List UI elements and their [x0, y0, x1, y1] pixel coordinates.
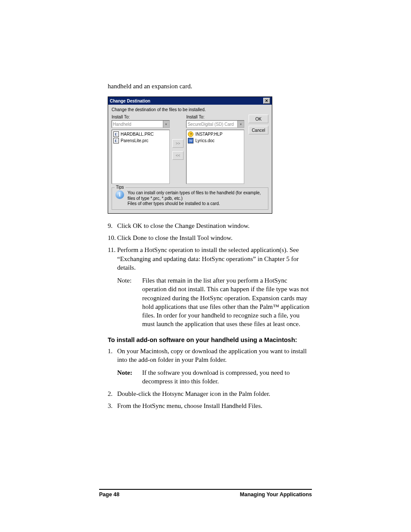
list-item[interactable]: ? INSTAPP.HLP	[187, 131, 243, 137]
page-footer: Page 48 Managing Your Applications	[99, 489, 312, 498]
mac-subheading: To install add-on software on your handh…	[108, 336, 312, 343]
tips-legend: Tips	[115, 185, 125, 190]
footer-section-title: Managing Your Applications	[240, 492, 312, 498]
tips-text: You can install only certain types of fi…	[128, 190, 265, 207]
note-label: Note:	[117, 276, 142, 329]
list-item-label: HARDBALL.PRC	[121, 132, 154, 137]
cancel-button[interactable]: Cancel	[249, 126, 268, 134]
chevron-down-icon[interactable]: ▼	[237, 121, 244, 128]
list-item-label: INSTAPP.HLP	[195, 132, 222, 137]
note-text: If the software you download is compress…	[142, 368, 312, 386]
left-combo-value: Handheld	[113, 122, 131, 127]
step-text-inner: On your Macintosh, copy or download the …	[117, 348, 307, 363]
prc-file-icon: ◧	[113, 138, 119, 143]
right-file-list[interactable]: ? INSTAPP.HLP W Lyrics.doc	[186, 130, 244, 184]
move-buttons: >> <<	[172, 115, 184, 184]
step-text: Perform a HotSync operation to install t…	[117, 246, 312, 328]
dialog-button-column: OK Cancel	[249, 115, 268, 184]
tips-group: Tips i You can install only certain type…	[112, 187, 268, 210]
right-combo-value: SecureDigital (SD) Card	[187, 122, 234, 127]
dialog-title: Change Destination	[110, 99, 150, 103]
left-destination-combo[interactable]: Handheld ▼	[112, 120, 170, 128]
close-icon[interactable]: ✕	[263, 98, 270, 104]
step-number: 10.	[108, 233, 117, 242]
step-text: Click OK to close the Change Destination…	[117, 221, 312, 230]
right-destination-combo[interactable]: SecureDigital (SD) Card ▼	[186, 120, 244, 128]
steps-list: 9. Click OK to close the Change Destinat…	[108, 221, 312, 329]
step-number: 3.	[108, 401, 117, 410]
chevron-down-icon[interactable]: ▼	[163, 121, 169, 128]
step-number: 2.	[108, 389, 117, 398]
tips-line: Files of other types should be installed…	[128, 201, 265, 207]
document-page: handheld and an expansion card. Change D…	[0, 0, 411, 532]
step-item: 1. On your Macintosh, copy or download t…	[108, 347, 312, 386]
list-item[interactable]: ◧ HARDBALL.PRC	[113, 131, 168, 137]
info-icon: i	[115, 190, 124, 199]
step-number: 1.	[108, 347, 117, 386]
left-panel: Install To: Handheld ▼ ◧ HARDBALL.PRC ◧ …	[112, 115, 170, 184]
intro-paragraph: handheld and an expansion card.	[108, 82, 312, 90]
step-item: 9. Click OK to close the Change Destinat…	[108, 221, 312, 230]
move-left-button[interactable]: <<	[172, 151, 184, 160]
note-text: Files that remain in the list after you …	[142, 276, 312, 329]
list-item-label: ParensLite.prc	[121, 138, 148, 143]
step-number: 9.	[108, 221, 117, 230]
note-label: Note:	[117, 368, 142, 386]
change-destination-dialog: Change Destination ✕ Change the destinat…	[108, 96, 272, 214]
prc-file-icon: ◧	[113, 131, 119, 137]
step-text: On your Macintosh, copy or download the …	[117, 347, 312, 386]
list-item-label: Lyrics.doc	[195, 138, 215, 143]
right-install-to-label: Install To:	[186, 115, 244, 119]
right-panel: Install To: SecureDigital (SD) Card ▼ ? …	[186, 115, 244, 184]
step-item: 10. Click Done to close the Install Tool…	[108, 233, 312, 242]
ok-button[interactable]: OK	[249, 115, 268, 123]
left-file-list[interactable]: ◧ HARDBALL.PRC ◧ ParensLite.prc	[112, 130, 170, 184]
dialog-caption: Change the destination of the files to b…	[112, 107, 268, 112]
step-text: From the HotSync menu, choose Install Ha…	[117, 401, 312, 410]
tips-line: You can install only certain types of fi…	[128, 190, 265, 201]
step-number: 11.	[108, 246, 117, 328]
step-text: Click Done to close the Install Tool win…	[117, 233, 312, 242]
list-item[interactable]: ◧ ParensLite.prc	[113, 137, 168, 144]
step-text-inner: Perform a HotSync operation to install t…	[117, 246, 299, 271]
list-item[interactable]: W Lyrics.doc	[187, 137, 243, 144]
mac-steps-list: 1. On your Macintosh, copy or download t…	[108, 347, 312, 411]
step-item: 11. Perform a HotSync operation to insta…	[108, 246, 312, 328]
move-right-button[interactable]: >>	[172, 139, 184, 148]
step-text: Double-click the Hotsync Manager icon in…	[117, 389, 312, 398]
left-install-to-label: Install To:	[112, 115, 170, 119]
step-item: 2. Double-click the Hotsync Manager icon…	[108, 389, 312, 398]
dialog-titlebar: Change Destination ✕	[108, 97, 272, 105]
footer-page-number: Page 48	[99, 492, 119, 498]
doc-file-icon: W	[188, 138, 193, 143]
hlp-file-icon: ?	[188, 131, 193, 137]
step-item: 3. From the HotSync menu, choose Install…	[108, 401, 312, 410]
